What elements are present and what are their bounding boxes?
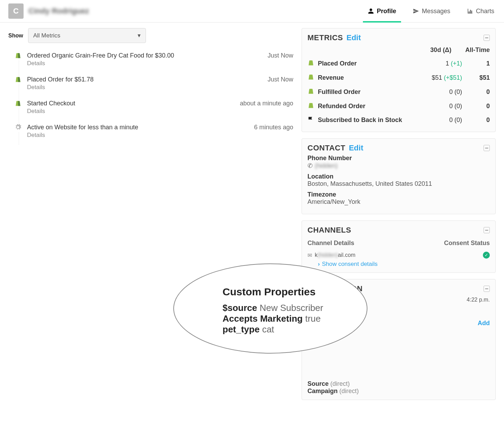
activity-event: Started CheckoutDetailsabout a minute ag… bbox=[15, 97, 293, 121]
metric-row: Placed Order1 (+1)1 bbox=[307, 57, 490, 71]
event-details-link[interactable]: Details bbox=[27, 132, 250, 139]
metrics-title: METRICS bbox=[307, 33, 343, 42]
contact-title: CONTACT bbox=[307, 144, 345, 153]
check-icon: ✓ bbox=[483, 252, 490, 259]
event-details-link[interactable]: Details bbox=[27, 84, 263, 91]
shopify-icon bbox=[307, 102, 314, 111]
metric-alltime: $51 bbox=[462, 74, 490, 81]
show-label: Show bbox=[8, 33, 23, 39]
callout-row: pet_type cat bbox=[223, 324, 349, 335]
collapse-icon[interactable]: − bbox=[484, 35, 490, 41]
campaign-row: Campaign (direct) bbox=[307, 388, 490, 395]
metrics-head-30d: 30d (Δ) bbox=[430, 46, 451, 54]
metric-30d: 0 (0) bbox=[420, 88, 462, 96]
activity-event: Placed Order for $51.78DetailsJust Now bbox=[15, 73, 293, 97]
collapse-icon[interactable]: − bbox=[484, 145, 490, 151]
profile-name: Cindy Rodriguez bbox=[28, 7, 89, 16]
phone-value: (hidden) bbox=[315, 162, 338, 169]
shopify-icon bbox=[15, 76, 23, 84]
channel-email-row: ✉ k(hidden)ail.com ✓ bbox=[307, 250, 490, 261]
metric-label: Revenue bbox=[318, 74, 420, 81]
phone-label: Phone Number bbox=[307, 155, 490, 162]
bar-chart-icon bbox=[467, 8, 473, 14]
metrics-panel: METRICS Edit − 30d (Δ) All-Time Placed O… bbox=[302, 28, 496, 132]
metric-30d: 0 (0) bbox=[420, 103, 462, 110]
custom-properties-callout: Custom Properties $source New Subscriber… bbox=[173, 263, 367, 354]
shopify-icon bbox=[15, 100, 23, 108]
collapse-icon[interactable]: − bbox=[484, 227, 490, 233]
event-details-link[interactable]: Details bbox=[27, 108, 236, 115]
metrics-head-all: All-Time bbox=[465, 46, 490, 54]
channel-details-label: Channel Details bbox=[307, 240, 444, 247]
callout-row: Accepts Marketing true bbox=[223, 313, 349, 324]
metric-label: Subscribed to Back in Stock bbox=[318, 116, 420, 124]
event-title: Active on Website for less than a minute bbox=[27, 124, 250, 131]
nav-profile[interactable]: Profile bbox=[366, 4, 398, 18]
event-title: Placed Order for $51.78 bbox=[27, 76, 263, 83]
nav-charts[interactable]: Charts bbox=[466, 4, 496, 18]
shopify-icon bbox=[15, 52, 23, 60]
timezone-value: America/New_York bbox=[307, 198, 490, 206]
show-consent-link[interactable]: ›Show consent details bbox=[318, 261, 490, 268]
location-label: Location bbox=[307, 173, 490, 180]
metrics-edit-link[interactable]: Edit bbox=[347, 33, 361, 42]
source-row: Source (direct) bbox=[307, 380, 490, 388]
callout-title: Custom Properties bbox=[223, 286, 349, 298]
timezone-label: Timezone bbox=[307, 191, 490, 198]
shopify-icon bbox=[307, 88, 314, 96]
shopify-icon bbox=[307, 73, 314, 82]
chevron-right-icon: › bbox=[318, 261, 320, 267]
top-nav: Profile Messages Charts bbox=[366, 4, 496, 18]
metric-30d: 1 (+1) bbox=[420, 60, 462, 67]
metric-row: Revenue$51 (+$51)$51 bbox=[307, 71, 490, 85]
consent-status-label: Consent Status bbox=[444, 240, 490, 247]
event-time: Just Now bbox=[268, 52, 293, 59]
flag-icon bbox=[307, 116, 314, 124]
activity-event: Active on Website for less than a minute… bbox=[15, 121, 293, 145]
user-icon bbox=[368, 8, 374, 14]
metric-alltime: 0 bbox=[462, 88, 490, 96]
metric-label: Fulfilled Order bbox=[318, 88, 420, 96]
metric-alltime: 0 bbox=[462, 116, 490, 124]
activity-timeline: Ordered Organic Grain-Free Dry Cat Food … bbox=[8, 49, 293, 145]
shopify-icon bbox=[307, 59, 314, 68]
metric-row: Refunded Order0 (0)0 bbox=[307, 99, 490, 113]
event-time: about a minute ago bbox=[240, 100, 293, 107]
channel-email-value: k(hidden)ail.com bbox=[315, 252, 355, 258]
channels-panel: CHANNELS − Channel Details Consent Statu… bbox=[302, 220, 496, 273]
event-title: Ordered Organic Grain-Free Dry Cat Food … bbox=[27, 52, 263, 59]
callout-row: $source New Subscriber bbox=[223, 303, 349, 313]
event-time: 6 minutes ago bbox=[254, 124, 293, 131]
nav-charts-label: Charts bbox=[476, 8, 494, 15]
contact-panel: CONTACT Edit − Phone Number ✆(hidden) Lo… bbox=[302, 138, 496, 214]
metrics-select-value: All Metrics bbox=[33, 32, 60, 39]
show-filter-row: Show All Metrics ▾ bbox=[8, 28, 293, 43]
nav-messages[interactable]: Messages bbox=[411, 4, 452, 18]
event-time: Just Now bbox=[268, 76, 293, 83]
chevron-down-icon: ▾ bbox=[138, 32, 141, 39]
envelope-icon: ✉ bbox=[307, 252, 312, 259]
contact-edit-link[interactable]: Edit bbox=[349, 144, 363, 153]
add-button[interactable]: Add bbox=[478, 320, 490, 327]
nav-profile-label: Profile bbox=[377, 8, 396, 15]
metric-label: Refunded Order bbox=[318, 103, 420, 110]
metric-30d: $51 (+$51) bbox=[420, 74, 462, 81]
location-value: Boston, Massachusetts, United States 020… bbox=[307, 180, 490, 188]
event-title: Started Checkout bbox=[27, 100, 236, 107]
info-time: 4:22 p.m. bbox=[467, 297, 490, 303]
metric-label: Placed Order bbox=[318, 60, 420, 67]
metric-row: Subscribed to Back in Stock0 (0)0 bbox=[307, 113, 490, 127]
header: C Cindy Rodriguez Profile Messages Chart… bbox=[0, 0, 504, 23]
metric-alltime: 0 bbox=[462, 103, 490, 110]
event-details-link[interactable]: Details bbox=[27, 60, 263, 67]
metric-30d: 0 (0) bbox=[420, 116, 462, 124]
metrics-select[interactable]: All Metrics ▾ bbox=[28, 28, 146, 43]
phone-icon: ✆ bbox=[307, 162, 313, 169]
gear-icon bbox=[15, 124, 23, 132]
collapse-icon[interactable]: − bbox=[484, 286, 490, 292]
avatar: C bbox=[8, 3, 24, 19]
metric-alltime: 1 bbox=[462, 60, 490, 67]
paper-plane-icon bbox=[413, 8, 419, 14]
activity-event: Ordered Organic Grain-Free Dry Cat Food … bbox=[15, 49, 293, 73]
channels-title: CHANNELS bbox=[307, 226, 351, 235]
